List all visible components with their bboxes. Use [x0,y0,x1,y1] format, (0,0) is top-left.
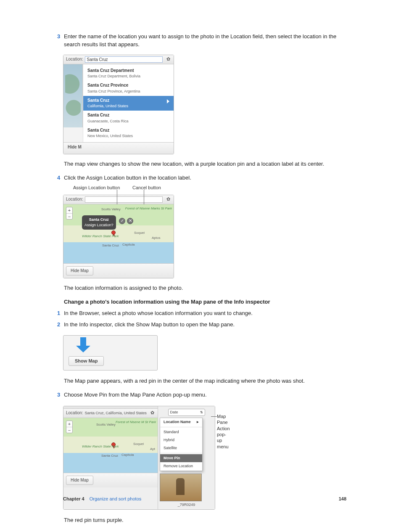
cancel-button[interactable]: ✕ [127,218,133,224]
gear-icon[interactable]: ✿ [165,56,171,62]
result-subtitle: Santa Cruz Province, Argentina [87,89,169,94]
location-search-dropdown-screenshot: Location: ✿ Santa Cruz Department Santa … [63,55,174,154]
menu-item-satellite[interactable]: Satellite [160,444,202,452]
location-input[interactable] [85,196,163,203]
step-text: In the Info inspector, click the Show Ma… [63,321,346,329]
body-paragraph: The red pin turns purple. [64,516,346,524]
subheading: Change a photo's location information us… [64,298,346,306]
date-label: Date [170,410,178,415]
callout-cancel: Cancel button [132,185,161,191]
zoom-in-button[interactable]: + [66,421,72,427]
location-toolbar: Location: ✿ [63,55,174,64]
location-value: Santa Cruz, California, United States [85,410,147,416]
callout-assign-location: Assign Location button [73,185,120,191]
pill-title: Santa Cruz [84,217,113,222]
step-2b: 2 In the Info inspector, click the Show … [63,321,346,329]
step-number: 1 [57,310,60,318]
callout-map-pane-action: Map Pane Action pop-up menu [217,413,230,450]
map-label-soquel: Soquel [134,230,145,236]
hide-map-truncated[interactable]: Hide M [64,143,85,152]
result-subtitle: Santa Cruz Department, Bolivia [87,74,169,79]
footer-chapter: Chapter 4 [63,496,84,503]
map-label-forest: Forest of Nisene Marks St Park [125,206,172,211]
result-title: Santa Cruz [87,127,169,134]
combo-chevrons-icon: ⇅ [200,410,203,415]
date-combo[interactable]: Date ⇅ [168,409,205,416]
map-label-aptos: Apt [150,447,155,452]
step-number: 4 [57,174,60,182]
location-label: Location: [66,410,83,416]
body-paragraph: The map view changes to show the new loc… [64,160,346,168]
step-number: 3 [57,33,60,41]
map-label-scotts: Scotts Valley [101,207,121,212]
result-title: Santa Cruz [87,112,169,119]
map-label-capitola: Capitola [122,242,135,247]
map-label-santacruz: Santa Cruz [101,453,118,458]
result-subtitle: New Mexico, United States [87,133,169,139]
menu-item-hybrid[interactable]: Hybrid [160,436,202,444]
pill-subtitle: Assign Location? [84,222,113,228]
map-label-wilder: Wilder Ranch State Park [82,444,119,449]
assign-location-pill: Santa Cruz Assign Location? [82,215,116,230]
map-label-scotts: Scotts Valley [96,422,116,427]
footer-page-number: 148 [339,496,346,503]
search-result-item-selected[interactable]: Santa Cruz California, United States [83,96,174,111]
step-number: 2 [57,321,60,329]
step-1b: 1 In the Browser, select a photo whose l… [63,310,346,318]
step-3: 3 Enter the name of the location you wan… [63,33,346,49]
arrow-down-icon [76,337,90,352]
result-title: Santa Cruz Department [87,68,169,74]
hide-map-button[interactable]: Hide Map [66,476,93,485]
step-text: Enter the name of the location you want … [63,33,346,49]
assign-location-screenshot: Assign Location button Cancel button Loc… [63,195,174,279]
location-toolbar: Location: ✿ [63,195,174,204]
search-result-item[interactable]: Santa Cruz Province Santa Cruz Province,… [83,81,174,96]
submenu-arrow-icon: ▸ [197,419,199,425]
step-number: 3 [57,391,60,399]
zoom-out-button[interactable]: − [66,213,72,219]
show-map-button[interactable]: Show Map [69,356,104,366]
globe-background [63,64,83,127]
map-label-capitola: Capitola [121,453,134,458]
move-pin-menu-screenshot: Map Pane Action pop-up menu Location: Sa… [63,406,230,509]
result-title: Santa Cruz [87,98,169,104]
search-result-item[interactable]: Santa Cruz Department Santa Cruz Departm… [83,66,174,81]
map-label-wilder: Wilder Ranch State Park [82,234,119,239]
zoom-control: + − [66,207,73,220]
menu-item-location-name[interactable]: Location Name ▸ [160,418,202,426]
show-map-screenshot: Show Map [63,335,158,371]
map-canvas[interactable]: + − Scotts Valley Forest of Nisene M St … [63,418,158,473]
map-label-santacruz: Santa Cruz [102,243,119,248]
location-label: Location: [66,56,83,63]
gear-icon[interactable]: ✿ [165,196,171,202]
step-text: Click the Assign Location button in the … [63,174,346,182]
step-4: 4 Click the Assign Location button in th… [63,174,346,182]
zoom-control: + − [66,421,73,433]
location-search-input[interactable] [85,56,163,63]
gear-icon[interactable]: ✿ [149,410,155,416]
assign-location-button[interactable]: ✓ [119,218,125,224]
thumbnail-filename: _79R0249 [160,502,213,508]
menu-item-remove-location[interactable]: Remove Location [160,462,202,470]
body-paragraph: The location information is assigned to … [64,284,346,292]
hide-map-button[interactable]: Hide Map [66,266,93,276]
location-label: Location: [66,196,83,203]
step-3b: 3 Choose Move Pin from the Map Pane Acti… [63,391,346,399]
search-results-list: Santa Cruz Department Santa Cruz Departm… [83,64,174,143]
footer-section: Organize and sort photos [90,496,339,503]
zoom-in-button[interactable]: + [66,207,72,213]
step-text: Choose Move Pin from the Map Pane Action… [63,391,346,399]
zoom-out-button[interactable]: − [66,427,72,433]
menu-item-move-pin[interactable]: Move Pin [160,454,202,462]
step-text: In the Browser, select a photo whose loc… [63,310,346,318]
map-label-forest: Forest of Nisene M St Park [116,420,156,425]
search-result-item[interactable]: Santa Cruz New Mexico, United States [83,126,174,141]
body-paragraph: The Map pane appears, with a red pin in … [64,377,346,385]
search-result-item[interactable]: Santa Cruz Guanacaste, Costa Rica [83,111,174,126]
result-title: Santa Cruz Province [87,82,169,89]
map-label-aptos: Aptos [152,236,160,241]
map-label-soquel: Soquel [133,442,144,447]
menu-item-standard[interactable]: Standard [160,428,202,436]
map-canvas[interactable]: + − Scotts Valley Forest of Nisene Marks… [63,204,174,263]
result-subtitle: California, United States [87,103,169,109]
